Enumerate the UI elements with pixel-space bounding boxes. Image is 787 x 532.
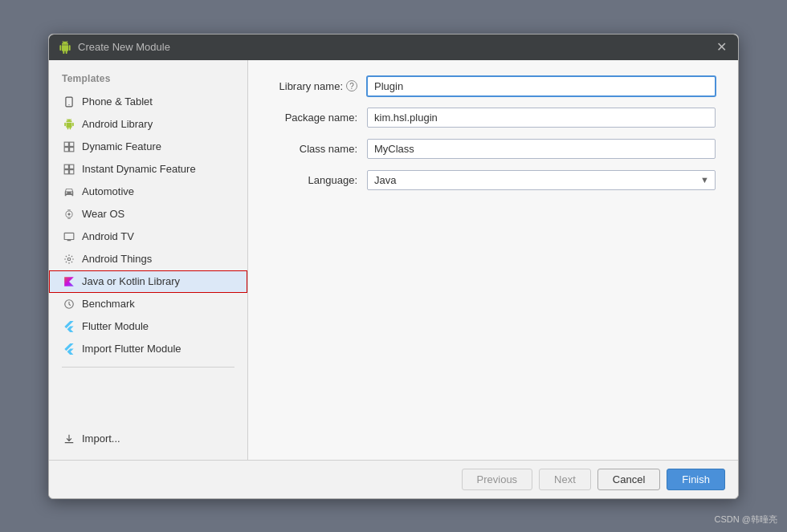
- sidebar-item-android-things[interactable]: Android Things: [49, 248, 247, 270]
- library-name-row: Library name: ?: [271, 76, 716, 96]
- svg-rect-3: [70, 142, 74, 146]
- previous-button[interactable]: Previous: [462, 469, 533, 490]
- language-select-wrapper: Java Kotlin ▼: [367, 170, 716, 190]
- phone-tablet-icon: [63, 95, 75, 108]
- sidebar-item-java-kotlin-library[interactable]: Java or Kotlin Library: [49, 270, 247, 293]
- sidebar-item-label: Dynamic Feature: [82, 140, 161, 152]
- android-things-icon: [63, 253, 75, 266]
- svg-rect-5: [70, 147, 74, 151]
- language-row: Language: Java Kotlin ▼: [271, 170, 716, 190]
- svg-rect-2: [64, 142, 68, 146]
- library-name-label: Library name: ?: [271, 80, 367, 92]
- sidebar-item-phone-tablet[interactable]: Phone & Tablet: [49, 91, 247, 113]
- content-area: Library name: ? Package name: Class name…: [248, 60, 738, 460]
- svg-rect-6: [64, 164, 68, 169]
- sidebar-item-wear-os[interactable]: Wear OS: [49, 203, 247, 225]
- sidebar-item-android-library[interactable]: Android Library: [49, 113, 247, 136]
- class-name-row: Class name:: [271, 139, 716, 159]
- sidebar: Templates Phone & Tablet Android Library…: [49, 60, 248, 460]
- dialog-footer: Previous Next Cancel Finish: [49, 460, 738, 498]
- sidebar-item-label: Import Flutter Module: [82, 343, 181, 355]
- kotlin-icon: [63, 275, 75, 288]
- flutter-module-icon: [63, 320, 75, 333]
- package-name-label: Package name:: [271, 112, 367, 124]
- dialog-title: Create New Module: [78, 41, 170, 53]
- sidebar-divider: [62, 367, 234, 368]
- next-button[interactable]: Next: [539, 469, 591, 490]
- sidebar-item-label: Benchmark: [82, 298, 135, 310]
- svg-point-13: [67, 258, 71, 261]
- sidebar-item-label: Android Library: [82, 118, 153, 130]
- sidebar-item-label: Import...: [82, 433, 120, 445]
- sidebar-item-import[interactable]: Import...: [49, 425, 247, 450]
- cancel-button[interactable]: Cancel: [597, 469, 660, 490]
- dialog-titlebar: Create New Module ✕: [49, 35, 738, 60]
- svg-rect-9: [70, 169, 74, 173]
- sidebar-section-title: Templates: [49, 70, 247, 91]
- svg-rect-7: [70, 164, 74, 169]
- class-name-label: Class name:: [271, 143, 367, 155]
- sidebar-item-label: Flutter Module: [82, 320, 149, 332]
- language-label: Language:: [271, 174, 367, 186]
- import-icon: [63, 433, 75, 445]
- sidebar-item-instant-dynamic-feature[interactable]: Instant Dynamic Feature: [49, 158, 247, 181]
- android-tv-icon: [63, 230, 75, 243]
- sidebar-item-automotive[interactable]: Automotive: [49, 181, 247, 203]
- android-icon: [59, 41, 71, 54]
- library-name-help-icon[interactable]: ?: [346, 80, 357, 91]
- sidebar-item-label: Java or Kotlin Library: [82, 275, 180, 287]
- svg-rect-8: [64, 169, 68, 173]
- package-name-row: Package name:: [271, 108, 716, 128]
- class-name-input[interactable]: [367, 139, 716, 159]
- automotive-icon: [63, 185, 75, 198]
- import-flutter-module-icon: [63, 343, 75, 355]
- library-name-input[interactable]: [367, 76, 716, 96]
- svg-point-1: [68, 104, 69, 104]
- sidebar-item-label: Android Things: [82, 253, 152, 265]
- sidebar-item-label: Wear OS: [82, 208, 124, 220]
- sidebar-item-android-tv[interactable]: Android TV: [49, 225, 247, 248]
- sidebar-item-flutter-module[interactable]: Flutter Module: [49, 315, 247, 338]
- dialog-body: Templates Phone & Tablet Android Library…: [49, 60, 738, 460]
- sidebar-item-label: Automotive: [82, 185, 134, 197]
- create-new-module-dialog: Create New Module ✕ Templates Phone & Ta…: [48, 34, 739, 499]
- svg-point-11: [68, 213, 70, 214]
- instant-dynamic-feature-icon: [63, 163, 75, 176]
- svg-rect-4: [64, 147, 68, 151]
- language-select[interactable]: Java Kotlin: [367, 170, 716, 190]
- close-button[interactable]: ✕: [715, 41, 728, 54]
- watermark: CSDN @韩曈亮: [715, 514, 777, 526]
- package-name-input[interactable]: [367, 108, 716, 128]
- wear-os-icon: [63, 208, 75, 221]
- dynamic-feature-icon: [63, 140, 75, 153]
- titlebar-left: Create New Module: [59, 41, 170, 54]
- sidebar-item-import-flutter-module[interactable]: Import Flutter Module: [49, 338, 247, 360]
- benchmark-icon: [63, 298, 75, 311]
- finish-button[interactable]: Finish: [667, 469, 725, 490]
- svg-rect-12: [64, 233, 74, 239]
- sidebar-item-dynamic-feature[interactable]: Dynamic Feature: [49, 136, 247, 158]
- sidebar-item-label: Phone & Tablet: [82, 95, 153, 108]
- android-library-icon: [63, 118, 75, 131]
- sidebar-item-benchmark[interactable]: Benchmark: [49, 293, 247, 315]
- sidebar-item-label: Instant Dynamic Feature: [82, 163, 196, 175]
- sidebar-item-label: Android TV: [82, 230, 134, 242]
